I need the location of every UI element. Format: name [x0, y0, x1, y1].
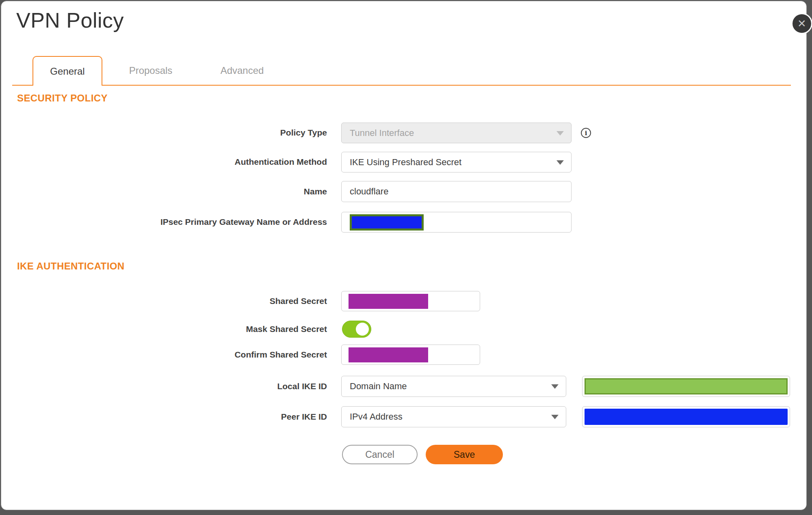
gateway-input[interactable]	[341, 212, 572, 233]
section-security-policy: SECURITY POLICY	[17, 93, 108, 104]
tab-advanced[interactable]: Advanced	[208, 56, 277, 85]
confirm-shared-secret-label: Confirm Shared Secret	[122, 349, 327, 360]
tab-proposals[interactable]: Proposals	[114, 56, 187, 85]
info-icon-glyph: i	[585, 129, 587, 137]
dialog-title: VPN Policy	[16, 8, 124, 32]
local-ike-id-select[interactable]: Domain Name	[341, 376, 566, 397]
policy-type-value: Tunnel Interface	[350, 128, 414, 138]
tab-general[interactable]: General	[32, 56, 102, 86]
shared-secret-label: Shared Secret	[122, 296, 327, 306]
confirm-shared-secret-value-redaction	[349, 347, 428, 362]
policy-type-select[interactable]: Tunnel Interface	[341, 123, 572, 143]
save-button[interactable]: Save	[426, 445, 503, 464]
page-background: ✕ VPN Policy General Proposals Advanced …	[0, 0, 812, 515]
tab-advanced-label: Advanced	[221, 65, 264, 76]
info-icon[interactable]: i	[581, 128, 591, 138]
confirm-shared-secret-input[interactable]	[341, 345, 480, 365]
mask-shared-secret-label: Mask Shared Secret	[122, 324, 327, 334]
gateway-label: IPsec Primary Gateway Name or Address	[122, 217, 327, 227]
local-ike-id-value-redaction	[585, 378, 788, 394]
toggle-knob	[356, 323, 369, 336]
peer-ike-id-value: IPv4 Address	[350, 412, 403, 422]
authentication-method-label: Authentication Method	[122, 157, 327, 167]
dropdown-arrow-icon	[551, 415, 559, 419]
tab-general-label: General	[50, 66, 84, 77]
dropdown-arrow-icon	[556, 131, 564, 136]
close-button[interactable]: ✕	[791, 13, 812, 34]
tab-proposals-label: Proposals	[129, 65, 173, 76]
shared-secret-input[interactable]	[341, 291, 480, 311]
policy-type-label: Policy Type	[122, 127, 327, 138]
local-ike-id-value: Domain Name	[350, 381, 407, 392]
dropdown-arrow-icon	[551, 384, 559, 389]
cancel-button[interactable]: Cancel	[342, 445, 418, 464]
dropdown-arrow-icon	[556, 160, 564, 165]
name-label: Name	[122, 186, 327, 197]
shared-secret-value-redaction	[349, 294, 428, 309]
name-input[interactable]	[341, 181, 572, 202]
peer-ike-id-value-redaction	[585, 409, 788, 425]
local-ike-id-value-input[interactable]	[582, 376, 790, 397]
gateway-value-redaction	[350, 214, 424, 231]
peer-ike-id-select[interactable]: IPv4 Address	[341, 406, 566, 427]
local-ike-id-label: Local IKE ID	[122, 381, 327, 392]
authentication-method-value: IKE Using Preshared Secret	[350, 157, 461, 168]
peer-ike-id-value-input[interactable]	[582, 406, 790, 427]
mask-shared-secret-toggle[interactable]	[342, 321, 371, 338]
peer-ike-id-label: Peer IKE ID	[122, 412, 327, 422]
section-ike-authentication: IKE AUTHENTICATION	[17, 261, 125, 272]
authentication-method-select[interactable]: IKE Using Preshared Secret	[341, 152, 572, 172]
close-icon: ✕	[797, 18, 806, 29]
